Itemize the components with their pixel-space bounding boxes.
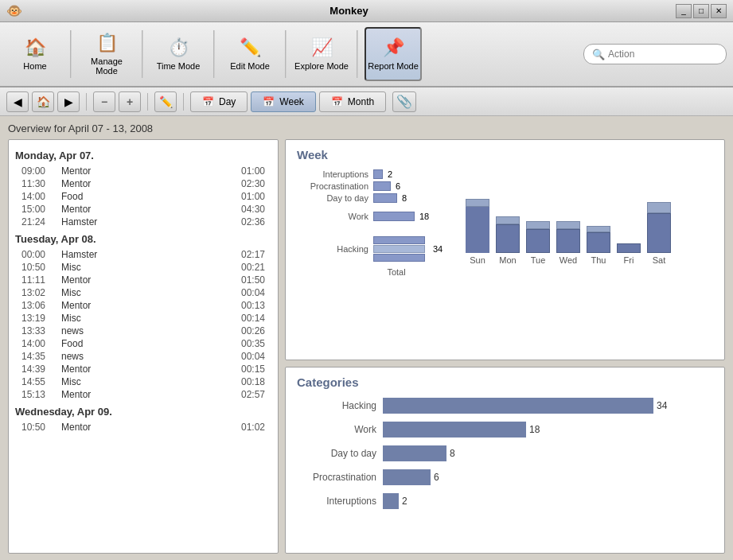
day-view-button[interactable]: 📅 Day bbox=[190, 91, 248, 112]
activity-row[interactable]: 21:24Hamster02:36 bbox=[15, 216, 271, 228]
bar-label: Interuptions bbox=[297, 169, 368, 179]
activity-name: Mentor bbox=[61, 422, 229, 433]
forward-button[interactable]: ▶ bbox=[57, 91, 80, 112]
activity-time: 21:24 bbox=[21, 216, 61, 228]
activity-row[interactable]: 11:11Mentor01:50 bbox=[15, 274, 271, 286]
back-button[interactable]: ◀ bbox=[6, 91, 29, 112]
activity-duration: 00:18 bbox=[229, 376, 265, 387]
bar-row-procrastination: Procrastination 6 bbox=[297, 181, 456, 191]
nav-bar: ◀ 🏠 ▶ − + ✏️ 📅 Day 📅 Week 📅 Month 📎 bbox=[0, 88, 733, 116]
activity-time: 00:00 bbox=[21, 249, 61, 260]
edit-mode-button[interactable]: ✏️ Edit Mode bbox=[221, 27, 279, 81]
bar-row-daytoday: Day to day 8 bbox=[297, 193, 456, 203]
toolbar: 🏠 Home 📋 Manage Mode ⏱️ Time Mode ✏️ Edi… bbox=[0, 22, 733, 88]
activity-time: 15:00 bbox=[21, 204, 61, 215]
activity-duration: 02:17 bbox=[229, 249, 265, 260]
activity-name: Misc bbox=[61, 287, 229, 298]
activity-name: Hamster bbox=[61, 249, 229, 260]
bar-label-2: Procrastination bbox=[297, 181, 368, 191]
week-view-button[interactable]: 📅 Week bbox=[251, 91, 315, 112]
activity-row[interactable]: 13:33news00:26 bbox=[15, 325, 271, 337]
toolbar-buttons: 🏠 Home 📋 Manage Mode ⏱️ Time Mode ✏️ Edi… bbox=[6, 27, 422, 81]
activity-row[interactable]: 14:39Mentor00:15 bbox=[15, 363, 271, 375]
activity-time: 15:13 bbox=[21, 389, 61, 400]
time-mode-button[interactable]: ⏱️ Time Mode bbox=[150, 27, 207, 81]
activity-row[interactable]: 13:06Mentor00:13 bbox=[15, 299, 271, 312]
categories-chart: Hacking34Work18Day to day8Procrastinatio… bbox=[297, 397, 713, 510]
activity-row[interactable]: 15:00Mentor04:30 bbox=[15, 203, 271, 216]
activity-row[interactable]: 14:35news00:04 bbox=[15, 350, 271, 363]
activity-time: 14:35 bbox=[21, 351, 61, 362]
day-header: Wednesday, Apr 09. bbox=[15, 406, 271, 418]
activity-duration: 00:14 bbox=[229, 313, 265, 324]
month-view-button[interactable]: 📅 Month bbox=[319, 91, 386, 112]
activity-duration: 00:04 bbox=[229, 351, 265, 362]
activity-duration: 02:57 bbox=[229, 389, 265, 400]
activity-row[interactable]: 10:50Mentor01:02 bbox=[15, 421, 271, 434]
activity-time: 11:11 bbox=[21, 274, 61, 286]
minimize-button[interactable]: _ bbox=[676, 4, 692, 18]
activity-row[interactable]: 10:50Misc00:21 bbox=[15, 261, 271, 274]
activity-name: Food bbox=[61, 191, 229, 202]
activity-row[interactable]: 14:00Food01:00 bbox=[15, 190, 271, 203]
day-header: Monday, Apr 07. bbox=[15, 150, 271, 161]
home-button[interactable]: 🏠 Home bbox=[6, 27, 64, 81]
explore-mode-button[interactable]: 📈 Explore Mode bbox=[293, 27, 350, 81]
bar-label-4: Work bbox=[297, 212, 368, 221]
window-controls[interactable]: _ □ ✕ bbox=[676, 4, 727, 18]
activity-name: Food bbox=[61, 338, 229, 349]
week-chart: Interuptions 2 Procrastination 6 Day to … bbox=[297, 169, 713, 277]
main-area: Overview for April 07 - 13, 2008 Monday,… bbox=[0, 116, 733, 560]
activity-duration: 01:00 bbox=[229, 165, 265, 177]
bar-value-4: 18 bbox=[419, 212, 429, 221]
home-nav-button[interactable]: 🏠 bbox=[32, 91, 54, 112]
activity-duration: 04:30 bbox=[229, 204, 265, 215]
activity-row[interactable]: 13:19Misc00:14 bbox=[15, 312, 271, 325]
report-mode-button[interactable]: 📌 Report Mode bbox=[365, 27, 422, 81]
category-row: Hacking34 bbox=[297, 397, 713, 414]
day-col-thu: Thu bbox=[587, 226, 610, 265]
activity-row[interactable]: 09:00Mentor01:00 bbox=[15, 165, 271, 177]
edit-nav-button[interactable]: ✏️ bbox=[154, 91, 177, 112]
activity-duration: 01:02 bbox=[229, 422, 265, 433]
activity-row[interactable]: 14:00Food00:35 bbox=[15, 337, 271, 350]
activity-duration: 00:35 bbox=[229, 338, 265, 349]
edit-icon: ✏️ bbox=[240, 37, 261, 58]
bar-fill bbox=[373, 169, 383, 179]
close-button[interactable]: ✕ bbox=[711, 4, 727, 18]
search-input[interactable] bbox=[608, 49, 719, 60]
add-button[interactable]: + bbox=[119, 91, 141, 112]
activity-scroll[interactable]: Monday, Apr 07.09:00Mentor01:0011:30Ment… bbox=[9, 140, 278, 553]
activity-row[interactable]: 13:02Misc00:04 bbox=[15, 286, 271, 299]
category-label: Day to day bbox=[297, 448, 376, 459]
activity-name: Mentor bbox=[61, 165, 229, 177]
remove-button[interactable]: − bbox=[93, 91, 115, 112]
day-col-mon: Mon bbox=[496, 216, 520, 265]
activity-row[interactable]: 00:00Hamster02:17 bbox=[15, 248, 271, 261]
toolbar-separator-2 bbox=[142, 30, 143, 78]
sync-button[interactable]: 📎 bbox=[392, 91, 416, 112]
search-box[interactable]: 🔍 bbox=[583, 44, 727, 64]
activity-duration: 01:00 bbox=[229, 191, 265, 202]
manage-mode-button[interactable]: 📋 Manage Mode bbox=[78, 27, 135, 81]
activity-row[interactable]: 14:55Misc00:18 bbox=[15, 375, 271, 388]
title-bar: 🐵 Monkey _ □ ✕ bbox=[0, 0, 733, 22]
nav-separator-3 bbox=[183, 93, 184, 111]
activity-name: news bbox=[61, 325, 229, 336]
activity-time: 10:50 bbox=[21, 262, 61, 273]
activity-duration: 00:13 bbox=[229, 300, 265, 311]
month-view-icon: 📅 bbox=[331, 96, 343, 107]
bar-value-3: 8 bbox=[402, 193, 407, 203]
activity-name: Mentor bbox=[61, 300, 229, 311]
activity-row[interactable]: 11:30Mentor02:30 bbox=[15, 177, 271, 190]
activity-row[interactable]: 15:13Mentor02:57 bbox=[15, 388, 271, 401]
app-icon: 🐵 bbox=[6, 3, 22, 18]
category-label: Work bbox=[297, 424, 376, 435]
bar-row-hacking: Hacking 34 bbox=[297, 236, 456, 262]
category-row: Day to day8 bbox=[297, 445, 713, 462]
maximize-button[interactable]: □ bbox=[693, 4, 709, 18]
manage-label: Manage Mode bbox=[80, 56, 134, 76]
time-label: Time Mode bbox=[157, 61, 201, 71]
activity-time: 14:00 bbox=[21, 191, 61, 202]
bar-value-2: 6 bbox=[396, 181, 400, 191]
